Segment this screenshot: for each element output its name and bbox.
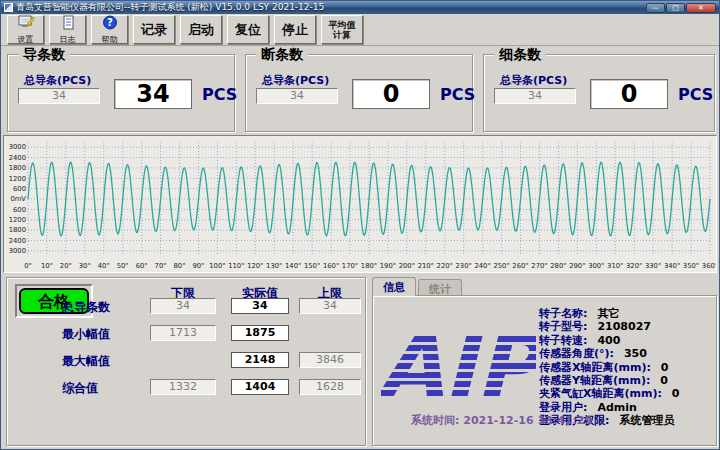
start-button[interactable]: 启动 (180, 15, 222, 44)
total-bars-lower[interactable]: 34 (150, 298, 216, 314)
x-tick-label: 280° (550, 262, 566, 270)
x-tick-label: 350° (683, 262, 699, 270)
info-field-value: 0 (660, 374, 668, 387)
thin-bar-sublabel: 总导条(PCS) (500, 73, 567, 88)
info-field-label: 转子名称: (539, 307, 587, 320)
broken-bar-sublabel: 总导条(PCS) (262, 73, 329, 88)
min-amplitude-lower[interactable]: 1713 (150, 325, 216, 341)
x-tick-label: 200° (399, 262, 415, 270)
waveform-chart-panel: 30002400180012006000mV600120018002400300… (3, 135, 717, 273)
y-tick-label: 0mV (10, 195, 26, 203)
info-field-3: 传感器角度(°):350 (539, 347, 680, 360)
info-field-value: 其它 (597, 307, 619, 320)
tab-info[interactable]: 信息 (372, 277, 416, 296)
info-field-label: 登录用户: (539, 401, 587, 414)
x-tick-label: 180° (361, 262, 377, 270)
waveform-chart: 30002400180012006000mV600120018002400300… (4, 136, 716, 272)
minimize-button[interactable]: — (646, 3, 665, 13)
results-panel: 合格 下限 实际值 上限 总导条数 34 34 34 最小幅值 1713 187… (6, 277, 366, 446)
info-field-value: 0 (661, 361, 669, 374)
log-button[interactable]: 日志 (49, 15, 86, 44)
total-bars-upper[interactable]: 34 (299, 298, 361, 314)
record-button[interactable]: 记录 (133, 15, 175, 44)
average-calc-button[interactable]: 平均值 计算 (321, 15, 363, 44)
broken-bar-subfield[interactable]: 34 (256, 88, 338, 104)
x-tick-label: 40° (98, 262, 110, 270)
thin-bar-subfield[interactable]: 34 (494, 88, 576, 104)
info-field-6: 夹紧气缸X轴距离(mm):0 (539, 387, 680, 400)
info-field-value: Admin (597, 401, 636, 414)
system-time-label: 系统时间: (411, 414, 459, 427)
min-amplitude-actual[interactable]: 1875 (231, 325, 289, 341)
thin-bar-value: 0 (590, 79, 668, 109)
row-label-max-amplitude: 最大幅值 (62, 353, 110, 370)
settings-button[interactable]: 设置 (7, 15, 44, 44)
counter-row: 导条数 总导条(PCS) 34 34 PCS 断条数 总导条(PCS) 34 0… (1, 46, 720, 134)
y-tick-label: 600 (13, 185, 26, 193)
info-tabs: 信息 统计 (372, 277, 462, 296)
info-field-label: 夹紧气缸X轴距离(mm): (539, 387, 662, 400)
composite-actual[interactable]: 1404 (231, 379, 289, 395)
y-tick-label: 2400 (9, 154, 26, 162)
info-field-0: 转子名称:其它 (539, 307, 680, 320)
row-label-composite: 综合值 (62, 380, 98, 397)
x-tick-label: 60° (136, 262, 148, 270)
info-field-label: 传感器X轴距离(mm): (539, 361, 651, 374)
window-titlebar: 青岛艾普智能仪器有限公司--转子测试系统 (新松) V15.0.0 LSY 20… (1, 1, 719, 14)
x-tick-label: 20° (60, 262, 72, 270)
x-tick-label: 360° (702, 262, 716, 270)
x-tick-label: 340° (664, 262, 680, 270)
info-field-value: 系统管理员 (619, 414, 674, 427)
thin-bar-group: 细条数 总导条(PCS) 34 0 PCS (483, 54, 715, 132)
row-label-total-bars: 总导条数 (62, 299, 110, 316)
info-field-1: 转子型号:2108027 (539, 320, 680, 333)
max-amplitude-upper[interactable]: 3846 (299, 352, 361, 368)
bar-count-unit: PCS (202, 85, 237, 104)
total-bars-actual[interactable]: 34 (231, 298, 289, 314)
reset-button[interactable]: 复位 (227, 15, 269, 44)
x-tick-label: 220° (437, 262, 453, 270)
max-amplitude-actual[interactable]: 2148 (231, 352, 289, 368)
app-icon (4, 3, 13, 12)
y-tick-label: 1200 (9, 216, 26, 224)
x-tick-label: 260° (512, 262, 528, 270)
x-tick-label: 270° (531, 262, 547, 270)
x-tick-label: 150° (304, 262, 320, 270)
x-tick-label: 240° (474, 262, 490, 270)
log-label: 日志 (60, 35, 76, 44)
x-tick-label: 120° (247, 262, 263, 270)
x-tick-label: 330° (645, 262, 661, 270)
maximize-button[interactable]: ▢ (666, 3, 685, 13)
x-tick-label: 160° (323, 262, 339, 270)
x-tick-label: 30° (79, 262, 91, 270)
system-time: 系统时间: 2021-12-16 13:41:29 (411, 413, 592, 428)
log-icon (60, 15, 76, 34)
bar-count-sublabel: 总导条(PCS) (24, 73, 91, 88)
info-field-4: 传感器X轴距离(mm):0 (539, 361, 680, 374)
y-tick-label: 3000 (9, 143, 26, 151)
settings-label: 设置 (18, 35, 34, 44)
close-button[interactable]: ✕ (686, 3, 716, 13)
x-tick-label: 290° (569, 262, 585, 270)
x-tick-label: 250° (493, 262, 509, 270)
y-tick-label: 1200 (9, 175, 26, 183)
info-field-label: 传感器角度(°): (539, 347, 614, 360)
thin-bar-title: 细条数 (494, 46, 546, 64)
x-tick-label: 80° (174, 262, 186, 270)
broken-bar-value: 0 (352, 79, 430, 109)
x-tick-label: 100° (209, 262, 225, 270)
info-field-value: 350 (624, 347, 647, 360)
composite-upper[interactable]: 1628 (299, 379, 361, 395)
result-row-max-amplitude: 最大幅值 2148 3846 (7, 352, 365, 368)
stop-button[interactable]: 停止 (274, 15, 316, 44)
thin-bar-unit: PCS (678, 85, 713, 104)
broken-bar-title: 断条数 (256, 46, 308, 64)
help-button[interactable]: ? 帮助 (91, 15, 128, 44)
x-tick-label: 110° (228, 262, 244, 270)
bar-count-subfield[interactable]: 34 (18, 88, 100, 104)
info-fields: 转子名称:其它转子型号:2108027转子转速:400传感器角度(°):350传… (539, 307, 680, 428)
composite-lower[interactable]: 1332 (150, 379, 216, 395)
x-tick-label: 190° (380, 262, 396, 270)
tab-stats[interactable]: 统计 (418, 279, 462, 296)
info-field-label: 转子型号: (539, 320, 587, 333)
